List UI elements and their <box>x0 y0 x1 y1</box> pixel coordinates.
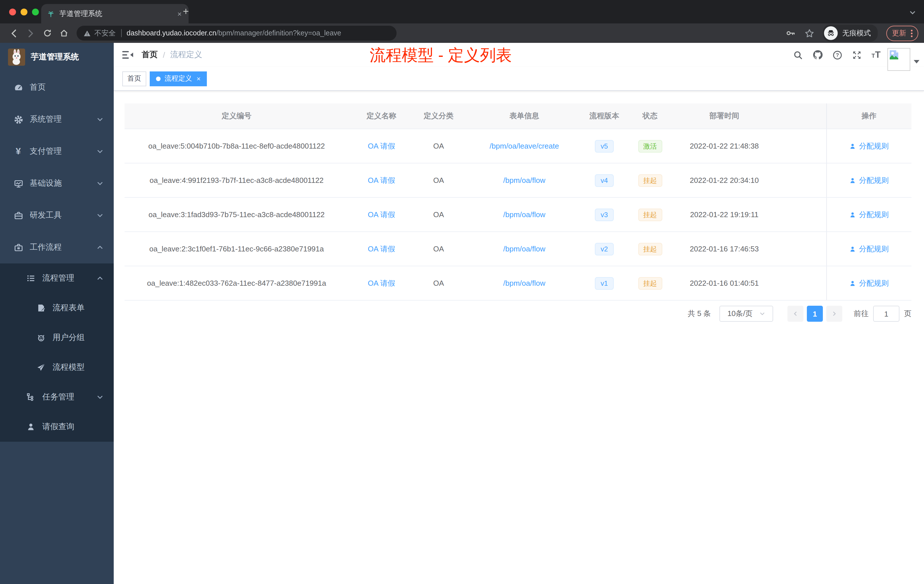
definition-name-link[interactable]: OA 请假 <box>368 210 395 219</box>
form-link[interactable]: /bpm/oa/flow <box>503 210 545 219</box>
new-tab-button[interactable]: + <box>183 5 189 18</box>
sidebar-item-process-management[interactable]: 流程管理 <box>0 264 114 293</box>
annotation-title: 流程模型 - 定义列表 <box>370 45 512 66</box>
url-path: /bpm/manager/definition?key=oa_leave <box>216 29 341 37</box>
browser-update-button[interactable]: 更新 <box>886 25 918 41</box>
version-badge[interactable]: v3 <box>595 208 614 221</box>
sidebar-item-workflow[interactable]: 工作流程 <box>0 231 114 264</box>
tree-icon <box>24 393 38 402</box>
definition-name-link[interactable]: OA 请假 <box>368 244 395 253</box>
definition-name-link[interactable]: OA 请假 <box>368 176 395 184</box>
bookmark-star-icon[interactable] <box>805 28 814 38</box>
page-size-value: 10条/页 <box>728 308 752 319</box>
goto-page-input[interactable] <box>873 306 899 322</box>
security-label[interactable]: 不安全 <box>94 28 116 38</box>
sidebar-item-leave-query[interactable]: 请假查询 <box>0 412 114 442</box>
sidebar-item-payment[interactable]: ¥ 支付管理 <box>0 135 114 167</box>
avatar[interactable] <box>888 48 910 71</box>
tag-close-icon[interactable]: × <box>196 74 201 82</box>
form-link[interactable]: /bpm/oa/flow <box>503 176 545 185</box>
form-link[interactable]: /bpm/oa/flow <box>503 279 545 287</box>
status-badge[interactable]: 挂起 <box>638 277 662 289</box>
home-icon[interactable] <box>55 28 72 38</box>
tab-close-icon[interactable]: × <box>176 10 183 18</box>
cell-deploy-time: 2022-01-22 20:34:10 <box>677 163 771 198</box>
sidebar-toggle-icon[interactable] <box>122 50 133 59</box>
sidebar-item-label: 系统管理 <box>30 114 62 125</box>
assign-rule-button[interactable]: 分配规则 <box>850 175 889 185</box>
pagination: 共 5 条 10条/页 1 前往 页 <box>125 306 911 322</box>
version-badge[interactable]: v1 <box>595 277 614 289</box>
security-warning-icon[interactable] <box>83 30 91 37</box>
zoom-window-button[interactable] <box>32 8 39 15</box>
sidebar-item-task-management[interactable]: 任务管理 <box>0 382 114 412</box>
status-badge[interactable]: 挂起 <box>638 243 662 255</box>
app-navbar: 首页 / 流程定义 流程模型 - 定义列表 ? TT <box>114 43 924 67</box>
assign-rule-button[interactable]: 分配规则 <box>850 278 889 288</box>
close-window-button[interactable] <box>9 8 16 15</box>
cell-category: OA <box>414 163 463 198</box>
page-unit-label: 页 <box>904 308 911 319</box>
sidebar-item-label: 请假查询 <box>42 422 74 432</box>
sidebar-item-process-form[interactable]: 流程表单 <box>0 293 114 323</box>
status-badge[interactable]: 挂起 <box>638 174 662 186</box>
assign-rule-button[interactable]: 分配规则 <box>850 210 889 220</box>
tag-home[interactable]: 首页 <box>122 71 146 86</box>
assign-rule-button[interactable]: 分配规则 <box>850 244 889 254</box>
sidebar-item-infrastructure[interactable]: 基础设施 <box>0 167 114 200</box>
chevron-down-icon <box>97 148 104 155</box>
status-badge[interactable]: 挂起 <box>638 208 662 221</box>
next-page-button[interactable] <box>826 306 842 322</box>
definition-name-link[interactable]: OA 请假 <box>368 279 395 287</box>
version-badge[interactable]: v2 <box>595 243 614 255</box>
back-icon[interactable] <box>6 28 22 38</box>
breadcrumb-separator: / <box>163 50 165 59</box>
breadcrumb-current: 流程定义 <box>170 50 202 60</box>
cell-deploy-time: 2022-01-22 19:19:11 <box>677 198 771 232</box>
active-dot <box>156 76 160 81</box>
tag-label: 首页 <box>127 74 141 83</box>
tab-search-chevron-icon[interactable] <box>909 9 916 16</box>
help-icon[interactable]: ? <box>833 50 842 60</box>
col-definition-name: 定义名称 <box>348 104 414 129</box>
assign-rule-button[interactable]: 分配规则 <box>850 141 889 151</box>
version-badge[interactable]: v5 <box>595 140 614 152</box>
url-omnibox[interactable]: 不安全 dashboard.yudao.iocoder.cn/bpm/manag… <box>77 26 396 41</box>
page-size-select[interactable]: 10条/页 <box>719 306 773 322</box>
incognito-label: 无痕模式 <box>842 28 871 38</box>
sidebar-item-process-model[interactable]: 流程模型 <box>0 353 114 382</box>
github-icon[interactable] <box>813 50 823 60</box>
browser-menu-icon[interactable] <box>911 30 912 37</box>
status-badge[interactable]: 激活 <box>638 140 662 152</box>
sidebar-item-dev-tools[interactable]: 研发工具 <box>0 200 114 231</box>
sidebar-item-label: 流程表单 <box>53 303 84 313</box>
sidebar-item-home[interactable]: 首页 <box>0 71 114 104</box>
page-number-button[interactable]: 1 <box>807 306 823 322</box>
form-link[interactable]: /bpm/oa/flow <box>503 244 545 253</box>
fullscreen-icon[interactable] <box>852 50 862 60</box>
prev-page-button[interactable] <box>787 306 804 322</box>
col-status: 状态 <box>623 104 677 129</box>
sidebar-item-user-group[interactable]: 用户分组 <box>0 323 114 353</box>
reload-icon[interactable] <box>39 28 55 38</box>
definition-name-link[interactable]: OA 请假 <box>368 142 395 150</box>
tag-process-definition[interactable]: 流程定义 × <box>150 71 207 86</box>
col-process-version: 流程版本 <box>586 104 623 129</box>
update-label: 更新 <box>892 28 906 38</box>
search-icon[interactable] <box>793 50 803 60</box>
browser-tab[interactable]: 芋道管理系统 × <box>41 4 188 23</box>
forward-icon[interactable] <box>22 28 39 38</box>
version-badge[interactable]: v4 <box>595 174 614 186</box>
chevron-down-icon <box>97 394 104 401</box>
avatar-caret-icon[interactable] <box>914 60 919 63</box>
sidebar-logo-row[interactable]: 芋道管理系统 <box>0 43 114 71</box>
font-size-icon[interactable]: TT <box>871 50 881 60</box>
group-icon <box>34 333 48 342</box>
form-link[interactable]: /bpm/oa/leave/create <box>490 142 559 150</box>
password-key-icon[interactable] <box>786 28 796 38</box>
sidebar-item-system[interactable]: 系统管理 <box>0 104 114 135</box>
col-definition-id: 定义编号 <box>125 104 348 129</box>
breadcrumb-home-link[interactable]: 首页 <box>142 50 158 60</box>
cell-definition-id: oa_leave:3:1fad3d93-7b75-11ec-a3c8-acde4… <box>125 198 348 232</box>
minimize-window-button[interactable] <box>21 8 27 15</box>
